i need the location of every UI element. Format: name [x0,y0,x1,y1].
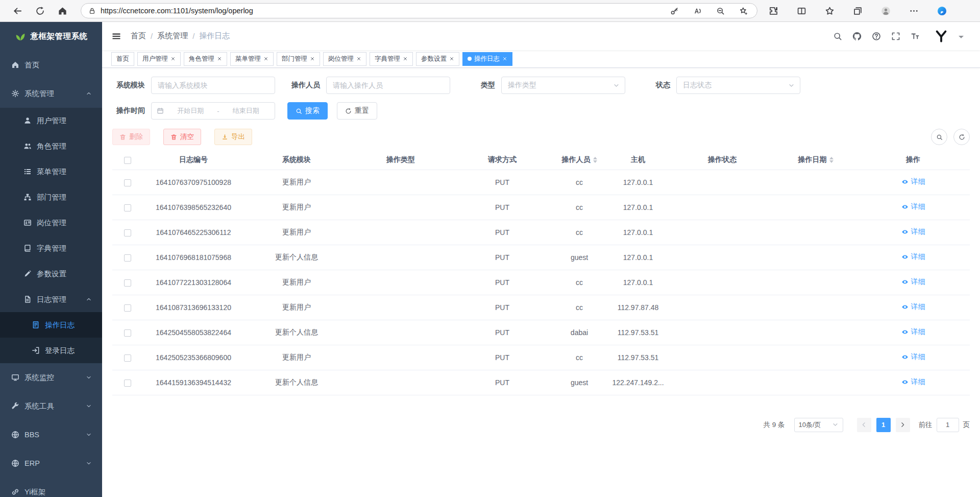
tab-dict-mgmt[interactable]: 字典管理 [370,52,413,66]
browser-profile-avatar[interactable] [881,6,891,16]
status-select[interactable]: 日志状态 [676,77,800,94]
sidebar-item-bbs[interactable]: BBS [0,420,102,449]
sidebar-item-post-mgmt[interactable]: 岗位管理 [0,210,102,235]
sidebar-item-system-mgmt[interactable]: 系统管理 [0,79,102,108]
sidebar-item-oper-log[interactable]: 操作日志 [0,312,102,338]
sidebar-item-user-mgmt[interactable]: 用户管理 [0,108,102,133]
tab-role-mgmt[interactable]: 角色管理 [184,52,227,66]
url-text[interactable]: https://ccnetcore.com:1101/system/log/op… [101,7,670,15]
reset-button[interactable]: 重置 [337,102,377,120]
sidebar-item-home[interactable]: 首页 [0,51,102,79]
password-manager-icon[interactable] [670,7,679,15]
sort-caret-icon[interactable] [593,157,597,163]
tab-post-mgmt[interactable]: 岗位管理 [323,52,366,66]
address-bar[interactable]: https://ccnetcore.com:1101/system/log/op… [81,3,757,18]
split-screen-icon[interactable] [797,6,806,16]
favorites-bar-icon[interactable] [825,6,835,16]
add-favorite-star-icon[interactable] [739,7,748,15]
sidebar-toggle-icon[interactable] [111,31,121,41]
detail-link[interactable]: 详细 [901,252,925,262]
row-checkbox[interactable] [124,354,131,362]
page-size-select[interactable]: 10条/页 [794,418,843,432]
user-avatar[interactable] [934,29,948,43]
extensions-icon[interactable] [769,6,778,16]
row-checkbox[interactable] [124,304,131,312]
sidebar-item-dept-mgmt[interactable]: 部门管理 [0,184,102,210]
browser-home-button[interactable] [51,2,74,19]
detail-link[interactable]: 详细 [901,327,925,337]
breadcrumb-item[interactable]: 系统管理 [157,31,188,41]
operator-filter-input[interactable] [326,77,450,94]
sidebar-item-dict-mgmt[interactable]: 字典管理 [0,235,102,261]
tab-oper-log[interactable]: 操作日志 [462,52,512,66]
read-aloud-icon[interactable] [693,7,702,15]
next-page-button[interactable] [896,418,910,432]
fullscreen-icon[interactable] [891,32,900,41]
detail-link[interactable]: 详细 [901,202,925,211]
row-checkbox[interactable] [124,254,131,262]
font-size-icon[interactable] [911,32,920,41]
sidebar-item-param-settings[interactable]: 参数设置 [0,261,102,287]
row-checkbox[interactable] [124,204,131,211]
tab-param-settings[interactable]: 参数设置 [416,52,459,66]
export-button[interactable]: 导出 [214,129,252,145]
sidebar-item-menu-mgmt[interactable]: 菜单管理 [0,159,102,184]
module-filter-input[interactable] [151,77,275,94]
row-checkbox[interactable] [124,279,131,287]
detail-link[interactable]: 详细 [901,377,925,387]
detail-link[interactable]: 详细 [901,277,925,287]
tab-close-icon[interactable] [403,56,408,61]
start-date-placeholder[interactable]: 开始日期 [167,106,214,115]
sidebar-item-system-monitor[interactable]: 系统监控 [0,363,102,392]
type-select[interactable]: 操作类型 [501,77,625,94]
github-icon[interactable] [852,32,862,41]
detail-link[interactable]: 详细 [901,302,925,312]
bing-icon[interactable] [937,6,947,16]
browser-more-menu-icon[interactable] [909,6,919,16]
tab-close-icon[interactable] [449,56,454,61]
row-checkbox[interactable] [124,179,131,186]
help-icon[interactable] [872,32,881,41]
page-1-button[interactable]: 1 [876,418,891,432]
column-header-date[interactable]: 操作日期 [775,150,856,170]
browser-reload-button[interactable] [29,2,51,19]
tab-user-mgmt[interactable]: 用户管理 [137,52,181,66]
row-checkbox[interactable] [124,329,131,337]
row-checkbox[interactable] [124,229,131,236]
search-button[interactable]: 搜索 [287,102,328,120]
end-date-placeholder[interactable]: 结束日期 [223,106,270,115]
table-refresh-button[interactable] [953,129,970,145]
date-range-picker[interactable]: 开始日期 - 结束日期 [151,102,275,120]
zoom-icon[interactable] [716,7,725,15]
sidebar-item-yi-framework[interactable]: Yi框架 [0,478,102,497]
delete-button[interactable]: 删除 [112,129,150,145]
tab-close-icon[interactable] [170,56,176,61]
column-header-operator[interactable]: 操作人员 [552,150,606,170]
collections-icon[interactable] [853,6,863,16]
tab-close-icon[interactable] [263,56,268,61]
sidebar-item-system-tools[interactable]: 系统工具 [0,392,102,420]
toggle-search-button[interactable] [931,129,947,145]
tab-close-icon[interactable] [356,56,361,61]
tab-close-icon[interactable] [310,56,315,61]
tab-menu-mgmt[interactable]: 菜单管理 [230,52,274,66]
tab-close-icon[interactable] [502,56,507,61]
sort-caret-icon[interactable] [829,157,834,163]
goto-page-input[interactable] [937,418,959,432]
breadcrumb-item[interactable]: 首页 [131,31,146,41]
header-search-icon[interactable] [833,32,842,41]
sidebar-item-role-mgmt[interactable]: 角色管理 [0,133,102,159]
user-menu-caret-icon[interactable] [959,36,964,41]
clear-button[interactable]: 清空 [163,129,201,145]
browser-back-button[interactable] [6,2,29,19]
detail-link[interactable]: 详细 [901,352,925,362]
prev-page-button[interactable] [857,418,871,432]
select-all-checkbox[interactable] [124,157,131,164]
tab-home[interactable]: 首页 [111,52,134,66]
tab-dept-mgmt[interactable]: 部门管理 [277,52,320,66]
row-checkbox[interactable] [124,380,131,387]
sidebar-item-erp[interactable]: ERP [0,449,102,478]
tab-close-icon[interactable] [217,56,222,61]
detail-link[interactable]: 详细 [901,177,925,186]
sidebar-item-log-mgmt[interactable]: 日志管理 [0,287,102,312]
